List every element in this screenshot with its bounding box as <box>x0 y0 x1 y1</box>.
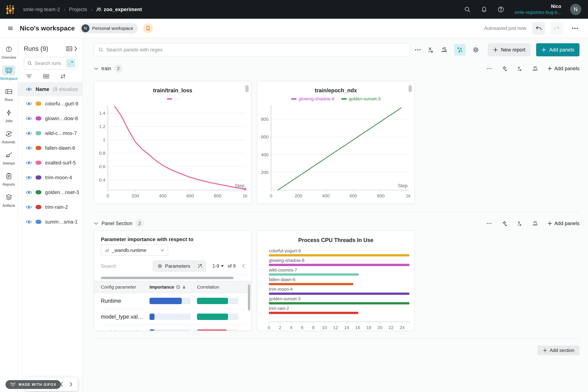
filter-icon[interactable] <box>26 74 32 79</box>
regex-toggle-button[interactable]: .* <box>66 59 75 68</box>
train-loss-chart[interactable]: 0.40.60.811.21.402004006008001kStep <box>97 104 249 201</box>
sort-icon[interactable] <box>60 74 66 79</box>
eye-icon[interactable] <box>26 146 32 150</box>
help-icon[interactable] <box>497 6 505 14</box>
x-axis-settings-button[interactable] <box>427 46 434 53</box>
smoothing-iron-icon[interactable] <box>532 66 538 72</box>
importance-table-row[interactable]: model_type.val… <box>101 325 245 331</box>
panel-cpu-threads[interactable]: Process CPU Threads In Use colorful-yogu… <box>257 230 415 331</box>
panel-scrollbar[interactable] <box>245 85 249 92</box>
x-axis-icon[interactable] <box>517 66 522 72</box>
group-list-icon[interactable] <box>43 74 49 79</box>
run-list-item[interactable]: colorfu…gurt-9 <box>18 96 82 111</box>
eye-icon[interactable] <box>26 220 32 224</box>
panel-parameter-importance[interactable]: Parameter importance with respect to _wa… <box>94 230 251 331</box>
run-list-item[interactable]: wild-c…mos-7 <box>18 126 82 140</box>
sort-desc-arrow-icon[interactable] <box>182 285 186 289</box>
search-runs-input[interactable]: Search runs .* <box>24 57 77 70</box>
smoothing-iron-icon[interactable] <box>532 220 538 226</box>
sidebar-item-automations[interactable]: Automat. <box>0 129 18 144</box>
run-list-item[interactable]: glowin…dow-8 <box>18 111 82 126</box>
legend-item[interactable]: glowing-shadow-8 <box>291 96 334 102</box>
more-dots-icon[interactable] <box>486 222 492 224</box>
run-color-dot <box>36 176 41 180</box>
run-list-item[interactable]: fallen-dawn-6 <box>18 140 82 155</box>
run-list-item[interactable]: exalted-surf-5 <box>18 155 82 170</box>
x-axis-icon[interactable] <box>517 220 522 226</box>
breadcrumb-projects[interactable]: Projects <box>69 6 87 12</box>
eye-icon[interactable] <box>26 205 32 210</box>
redo-button[interactable] <box>550 22 563 35</box>
eye-icon[interactable] <box>26 116 32 121</box>
sidebar-item-reports[interactable]: Reports <box>0 171 18 186</box>
importance-pagination[interactable]: 1-9 of 9 <box>212 263 236 269</box>
horizontal-scrollbar[interactable] <box>101 277 233 279</box>
run-list-item[interactable]: summ…sma-1 <box>18 214 82 229</box>
runs-list-header[interactable]: Name (9 visualize <box>18 82 82 96</box>
run-list-item[interactable]: trim-moon-4 <box>18 170 82 185</box>
search-icon[interactable] <box>463 6 471 14</box>
search-panels-input[interactable]: Search panels with regex <box>94 43 410 56</box>
epoch-ndx-chart[interactable]: 20040060080002004006008001kStep <box>260 104 412 201</box>
eye-icon[interactable] <box>26 175 32 180</box>
more-dots-icon[interactable] <box>486 68 492 70</box>
sidebar-item-artifacts[interactable]: Artifacts <box>0 192 18 208</box>
metric-selector-dropdown[interactable]: _wandb.runtime <box>101 245 168 256</box>
wandb-logo-icon[interactable] <box>5 4 15 14</box>
panel-epoch-ndx[interactable]: train/epoch_ndx glowing-shadow-8golden-s… <box>257 81 415 204</box>
runs-table-toggle-icon[interactable] <box>66 46 73 52</box>
chevron-right-icon[interactable] <box>69 381 73 387</box>
eye-icon[interactable] <box>26 160 32 165</box>
parameters-button[interactable]: Parameters <box>153 261 195 271</box>
user-org-link[interactable]: smle-registries-bug-b... <box>515 10 561 15</box>
user-avatar[interactable]: N <box>570 4 581 15</box>
legend-item[interactable]: golden-sunset-3 <box>341 96 381 102</box>
chevron-left-icon[interactable] <box>242 263 245 269</box>
panel-more-menu[interactable] <box>415 48 421 51</box>
outliers-toggle-button[interactable] <box>454 44 466 56</box>
eye-icon[interactable] <box>26 131 32 136</box>
magic-wand-button[interactable] <box>195 261 205 271</box>
importance-table-row[interactable]: model_type.val… <box>101 309 245 325</box>
sidebar-item-runs[interactable]: Runs <box>0 86 18 102</box>
workspace-settings-button[interactable] <box>472 46 479 53</box>
sidebar-item-overview[interactable]: Overview <box>0 44 18 60</box>
vertical-scrollbar[interactable] <box>248 284 250 310</box>
cpu-threads-chart[interactable]: colorful-yogurt-9glowing-shadow-8wild-co… <box>260 247 412 330</box>
sparkle-icon[interactable] <box>501 66 507 72</box>
importance-search-input[interactable]: Search <box>101 263 116 269</box>
chevron-down-icon[interactable] <box>94 222 98 225</box>
sparkle-icon[interactable] <box>501 220 507 226</box>
eye-icon[interactable] <box>26 87 32 92</box>
breadcrumb-team[interactable]: smle-reg-team-2 <box>23 6 60 12</box>
expand-chevron-icon[interactable] <box>74 46 78 52</box>
info-icon[interactable] <box>176 285 180 289</box>
section-add-panels-button[interactable]: Add panels <box>547 220 580 226</box>
undo-button[interactable] <box>532 22 545 35</box>
section-title[interactable]: train <box>101 66 111 72</box>
eye-icon[interactable] <box>26 102 32 106</box>
run-list-item[interactable]: golden…nset-3 <box>18 185 82 200</box>
add-panels-button[interactable]: Add panels <box>536 43 580 56</box>
hamburger-menu-icon[interactable] <box>6 24 14 32</box>
new-report-button[interactable]: New report <box>488 43 531 56</box>
legend-item[interactable]: : - <box>167 96 179 102</box>
sidebar-item-sweeps[interactable]: Sweeps <box>0 150 18 166</box>
breadcrumb-project[interactable]: zoo_experiment <box>96 6 142 12</box>
workspace-more-menu[interactable] <box>570 24 580 33</box>
smoothing-button[interactable] <box>441 46 447 53</box>
personal-workspace-badge[interactable]: N Personal workspace <box>80 23 138 34</box>
run-list-item[interactable]: trim-rain-2 <box>18 200 82 214</box>
sidebar-item-workspace[interactable]: Workspace <box>0 65 18 81</box>
notifications-bell-icon[interactable] <box>480 6 488 14</box>
importance-table-row[interactable]: Runtime <box>101 293 245 309</box>
panel-train-loss[interactable]: train/train_loss : - 0.40.60.811.21.4020… <box>94 81 251 204</box>
panel-scrollbar[interactable] <box>408 85 412 92</box>
add-section-button[interactable]: Add section <box>538 346 580 355</box>
chevron-down-icon[interactable] <box>94 67 98 70</box>
eye-icon[interactable] <box>26 190 32 195</box>
section-add-panels-button[interactable]: Add panels <box>547 66 580 72</box>
sidebar-item-jobs[interactable]: Jobs <box>0 108 18 123</box>
section-title[interactable]: Panel Section <box>101 220 133 226</box>
discard-draft-button[interactable] <box>143 23 153 33</box>
